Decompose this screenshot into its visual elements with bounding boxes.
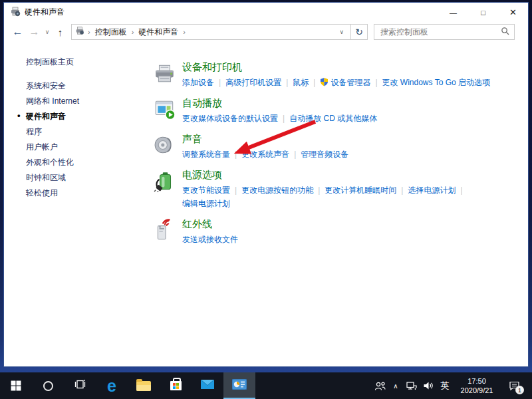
link-windows-to-go[interactable]: 更改 Windows To Go 启动选项	[382, 78, 490, 87]
uac-shield-icon	[320, 77, 329, 86]
window-title: 硬件和声音	[25, 7, 438, 18]
link-device-manager[interactable]: 设备管理器	[320, 78, 370, 87]
minimize-button[interactable]: —	[438, 3, 468, 22]
clock[interactable]: 17:50 2020/9/21	[454, 376, 500, 395]
link-separator: |	[318, 186, 320, 195]
link-edit-power-plan[interactable]: 编辑电源计划	[182, 199, 230, 208]
up-button[interactable]: ↑	[52, 27, 68, 38]
link-change-system-sounds[interactable]: 更改系统声音	[241, 150, 289, 159]
breadcrumb-control-panel[interactable]: 控制面板	[95, 27, 127, 38]
control-panel-taskbar-button[interactable]	[223, 372, 255, 399]
back-button[interactable]: ←	[9, 26, 26, 38]
close-button[interactable]: ✕	[498, 3, 528, 22]
file-explorer-button[interactable]	[128, 372, 160, 399]
link-separator: |	[460, 186, 462, 195]
link-add-device[interactable]: 添加设备	[182, 78, 214, 87]
sidebar-item-ease-of-access[interactable]: 轻松使用	[26, 189, 154, 197]
volume-button[interactable]	[420, 372, 436, 399]
link-mouse[interactable]: 鼠标	[293, 78, 309, 87]
mail-button[interactable]	[192, 372, 223, 399]
section-title-power-options[interactable]: 电源选项	[182, 169, 493, 182]
breadcrumb-hardware-sound[interactable]: 硬件和声音	[138, 27, 178, 38]
taskbar: e	[0, 372, 532, 399]
link-advanced-printer-setup[interactable]: 高级打印机设置	[225, 78, 281, 87]
link-change-media-defaults[interactable]: 更改媒体或设备的默认设置	[182, 114, 278, 123]
link-choose-power-plan[interactable]: 选择电源计划	[408, 186, 456, 195]
section-title-devices-printers[interactable]: 设备和打印机	[182, 61, 490, 74]
section-title-sound[interactable]: 声音	[182, 133, 348, 146]
link-send-receive-files[interactable]: 发送或接收文件	[182, 235, 238, 244]
link-adjust-volume[interactable]: 调整系统音量	[182, 150, 230, 159]
action-center-button[interactable]: 1	[500, 372, 528, 399]
address-dropdown-icon[interactable]: ∨	[334, 25, 349, 39]
link-separator: |	[235, 150, 237, 159]
store-button[interactable]	[160, 372, 192, 399]
section-title-infrared[interactable]: 红外线	[182, 218, 238, 231]
sidebar: 控制面板主页 系统和安全 网络和 Internet 硬件和声音 程序 用户帐户 …	[4, 44, 154, 366]
task-view-button[interactable]	[64, 372, 96, 399]
breadcrumb-chevron-icon: ›	[84, 28, 94, 36]
link-power-button-function[interactable]: 更改电源按钮的功能	[241, 186, 313, 195]
link-autoplay-cd[interactable]: 自动播放 CD 或其他媒体	[289, 114, 377, 123]
search-input[interactable]	[379, 27, 501, 37]
window-body: 控制面板主页 系统和安全 网络和 Internet 硬件和声音 程序 用户帐户 …	[4, 44, 528, 366]
file-explorer-icon	[136, 381, 151, 391]
notification-badge: 1	[515, 386, 524, 394]
sidebar-item-clock-region[interactable]: 时钟和区域	[26, 174, 154, 182]
sidebar-item-home[interactable]: 控制面板主页	[26, 57, 154, 68]
hardware-sound-icon	[10, 6, 21, 19]
clock-time: 17:50	[455, 376, 499, 386]
section-autoplay: 自动播放 更改媒体或设备的默认设置|自动播放 CD 或其他媒体	[154, 97, 528, 125]
address-location-icon	[75, 26, 84, 38]
section-title-autoplay[interactable]: 自动播放	[182, 97, 377, 110]
windows-logo-icon	[11, 380, 21, 391]
link-change-power-saving[interactable]: 更改节能设置	[182, 186, 230, 195]
link-separator: |	[286, 78, 288, 87]
link-separator: |	[313, 78, 315, 87]
search-box[interactable]	[374, 24, 515, 40]
autoplay-icon[interactable]	[154, 98, 176, 120]
network-button[interactable]	[403, 372, 420, 399]
link-sleep-time[interactable]: 更改计算机睡眠时间	[325, 186, 396, 195]
breadcrumb-chevron-icon: ›	[128, 28, 138, 36]
maximize-button[interactable]: □	[468, 3, 498, 22]
speaker-icon[interactable]	[154, 134, 176, 156]
section-devices-printers: 设备和打印机 添加设备|高级打印机设置|鼠标|设备管理器|更改 Windows …	[154, 61, 528, 89]
edge-button[interactable]: e	[96, 372, 128, 399]
infrared-icon[interactable]	[154, 219, 176, 241]
link-separator: |	[294, 150, 296, 159]
clock-date: 2020/9/21	[455, 386, 499, 395]
start-button[interactable]	[0, 372, 32, 399]
sidebar-item-network-internet[interactable]: 网络和 Internet	[26, 97, 154, 105]
sidebar-item-appearance[interactable]: 外观和个性化	[26, 158, 154, 166]
title-bar: 硬件和声音 — □ ✕	[4, 3, 528, 22]
main-content: 设备和打印机 添加设备|高级打印机设置|鼠标|设备管理器|更改 Windows …	[154, 44, 528, 366]
sidebar-item-user-accounts[interactable]: 用户帐户	[26, 143, 154, 151]
link-separator: |	[375, 78, 377, 87]
navigation-toolbar: ← → ∨ ↑ › 控制面板 › 硬件和声音 › ∨ ↻	[4, 22, 528, 44]
sidebar-item-hardware-sound[interactable]: 硬件和声音	[26, 112, 154, 120]
section-infrared: 红外线 发送或接收文件	[154, 218, 528, 246]
hidden-icons-chevron-icon[interactable]: ∧	[388, 382, 403, 390]
power-icon[interactable]	[154, 170, 176, 192]
sidebar-item-system-security[interactable]: 系统和安全	[26, 82, 154, 90]
system-tray: ∧ 英 17:50 2020/9/21	[371, 372, 532, 399]
control-panel-window: 硬件和声音 — □ ✕ ← → ∨ ↑ › 控制面板 › 硬件和声音 ›	[3, 2, 529, 367]
refresh-button[interactable]: ↻	[350, 24, 368, 40]
printer-icon[interactable]	[154, 62, 176, 84]
forward-button[interactable]: →	[26, 26, 43, 38]
task-view-icon	[74, 379, 86, 392]
link-separator: |	[401, 186, 403, 195]
link-separator: |	[235, 186, 237, 195]
history-chevron-icon[interactable]: ∨	[43, 29, 52, 35]
ime-indicator[interactable]: 英	[436, 380, 454, 392]
mail-icon	[201, 380, 214, 392]
people-button[interactable]	[371, 372, 388, 399]
sidebar-item-programs[interactable]: 程序	[26, 128, 154, 136]
link-manage-audio-devices[interactable]: 管理音频设备	[301, 150, 348, 159]
link-separator: |	[219, 78, 221, 87]
cortana-button[interactable]	[32, 372, 64, 399]
search-icon	[501, 26, 509, 38]
store-icon	[170, 381, 182, 390]
address-bar[interactable]: › 控制面板 › 硬件和声音 › ∨	[71, 24, 350, 40]
